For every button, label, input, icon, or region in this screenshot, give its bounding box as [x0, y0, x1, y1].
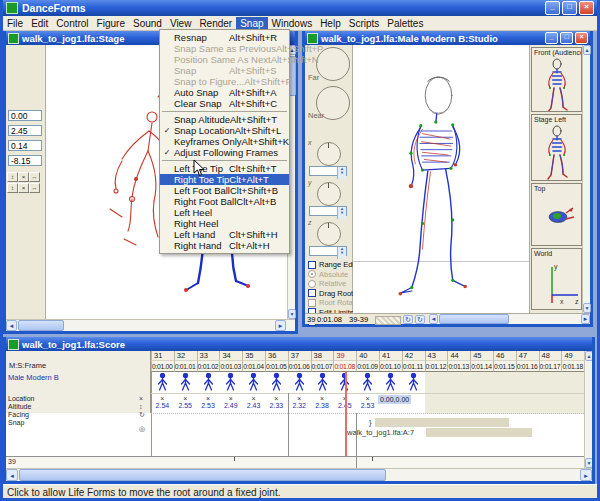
score-column-38[interactable]: 380:01.07×2.38 [311, 351, 334, 413]
menu-item-sound[interactable]: Sound [129, 17, 166, 30]
score-column-47[interactable]: 470:01.16 [516, 351, 539, 413]
menu-item-render[interactable]: Render [195, 17, 236, 30]
option-root-rotate[interactable]: Root Rotate [308, 298, 359, 307]
snap-menu-item[interactable]: Left Foot BallClt+Shift+B [160, 185, 289, 196]
annotation-text[interactable]: walk_to_jog1.lfa:A:7 [347, 428, 414, 437]
stage-coordinate-field[interactable]: 0.14 [8, 140, 42, 151]
stage-tool-button[interactable]: ↔ [29, 172, 40, 182]
menu-item-view[interactable]: View [166, 17, 196, 30]
score-column-36[interactable]: 360:01.05×2.33 [265, 351, 288, 413]
snap-menu-item[interactable]: Snap Same as PreviousAlt+Shift+P [160, 43, 289, 54]
option-relative[interactable]: Relative [308, 279, 346, 288]
value-cell[interactable] [561, 394, 584, 414]
score-column-46[interactable]: 460:01.15 [493, 351, 516, 413]
stage-coordinate-field[interactable]: -8.15 [8, 155, 42, 166]
view-thumbnail-top[interactable]: Top [531, 183, 582, 246]
keyframe-cell[interactable] [151, 372, 174, 394]
keyframe-cell[interactable] [311, 372, 334, 394]
snap-menu-item[interactable]: Clear SnapAlt+Shift+C [160, 98, 289, 109]
snap-menu-item[interactable]: Snap to Figure...Alt+Shift+F [160, 76, 289, 87]
studio-canvas[interactable] [353, 45, 529, 313]
snap-menu-item[interactable]: Snap AltitudeAlt+Shift+T [160, 114, 289, 125]
value-cell[interactable]: ×2.33 [265, 394, 288, 414]
value-cell[interactable] [447, 394, 470, 414]
keyframe-cell[interactable] [493, 372, 516, 394]
scroll-right-icon[interactable]: ► [581, 314, 590, 324]
spinner-down-icon[interactable]: ▼ [337, 211, 346, 219]
value-cell[interactable]: ×2.43 [242, 394, 265, 414]
score-column-44[interactable]: 440:01.13 [447, 351, 470, 413]
keyframe-cell[interactable] [539, 372, 562, 394]
snap-menu-item[interactable]: Keyframes OnlyAlt+Shift+K [160, 136, 289, 147]
value-cell[interactable]: ×2.53 [197, 394, 220, 414]
scroll-down-icon[interactable]: ▼ [583, 303, 591, 313]
value-cell[interactable] [539, 394, 562, 414]
maximize-icon[interactable]: □ [560, 32, 573, 44]
option-absolute[interactable]: Absolute [308, 270, 348, 279]
close-icon[interactable]: × [575, 32, 588, 44]
menu-item-palettes[interactable]: Palettes [383, 17, 427, 30]
score-vertical-scrollbar[interactable]: ▲ ▼ [584, 351, 592, 468]
value-cell[interactable]: ×2.38 [311, 394, 334, 414]
snap-menu-item[interactable]: Auto SnapAlt+Shift+A [160, 87, 289, 98]
checkbox-icon[interactable] [308, 289, 316, 297]
playhead[interactable] [345, 372, 347, 456]
scroll-left-icon[interactable]: ◄ [6, 320, 17, 331]
menu-item-control[interactable]: Control [52, 17, 92, 30]
maximize-icon[interactable]: □ [562, 1, 577, 15]
keyframe-cell[interactable] [470, 372, 493, 394]
stage-tool-button[interactable]: ↕ [7, 183, 18, 193]
scroll-left-icon[interactable]: ◄ [429, 314, 438, 324]
option-range-edit[interactable]: Range Edit [308, 260, 356, 269]
keyframe-cell[interactable] [242, 372, 265, 394]
value-cell[interactable] [516, 394, 539, 414]
scroll-right-icon[interactable]: ► [275, 320, 286, 331]
keyframe-cell[interactable] [425, 372, 448, 394]
studio-window[interactable]: walk_to_jog1.lfa:Male Modern B:Studio _ … [302, 31, 593, 327]
snap-menu-item[interactable]: Right HandClt+Alt+H [160, 240, 289, 251]
scroll-right-icon[interactable]: ► [580, 469, 592, 481]
snap-menu-item[interactable]: ✓Snap LocationAlt+Shift+L [160, 125, 289, 136]
scroll-up-icon[interactable]: ▲ [585, 351, 592, 361]
stage-tool-button[interactable]: ↔ [29, 183, 40, 193]
selected-value[interactable]: 0.00,0.00 [378, 395, 411, 404]
menu-item-windows[interactable]: Windows [268, 17, 317, 30]
value-cell[interactable]: ×2.54 [151, 394, 174, 414]
loop-icon[interactable]: ↻ [415, 315, 425, 324]
minimize-icon[interactable]: _ [545, 32, 558, 44]
stage-horizontal-scrollbar[interactable]: ◄ ► [6, 319, 295, 331]
value-cell[interactable]: ×2.53 [356, 394, 379, 414]
snap-menu-item[interactable]: Right Toe TipClt+Alt+T [160, 174, 289, 185]
menu-item-figure[interactable]: Figure [93, 17, 129, 30]
studio-titlebar[interactable]: walk_to_jog1.lfa:Male Modern B:Studio _ … [305, 31, 590, 45]
axis-value-spinner[interactable]: ▲▼ [309, 246, 347, 256]
scroll-up-icon[interactable]: ▲ [583, 45, 591, 55]
value-cell[interactable]: ×2.32 [288, 394, 311, 414]
score-titlebar[interactable]: walk_to_jog1.lfa:Score [6, 337, 592, 351]
stage-coordinate-field[interactable]: 2.45 [8, 125, 42, 136]
score-column-37[interactable]: 370:01.06×2.32 [288, 351, 311, 413]
scroll-down-icon[interactable]: ▼ [288, 309, 296, 319]
keyframe-cell[interactable] [447, 372, 470, 394]
axis-rotation-dial[interactable] [317, 222, 341, 246]
value-cell[interactable]: ×2.55 [174, 394, 197, 414]
menu-item-scripts[interactable]: Scripts [345, 17, 384, 30]
score-column-33[interactable]: 330:01.02×2.53 [197, 351, 220, 413]
keyframe-cell[interactable] [265, 372, 288, 394]
snap-menu-item[interactable]: Position Same As NextAlt+Shift+N [160, 54, 289, 65]
keyframe-cell[interactable] [288, 372, 311, 394]
score-column-35[interactable]: 350:01.04×2.43 [242, 351, 265, 413]
radio-icon[interactable] [308, 270, 316, 278]
value-cell[interactable] [425, 394, 448, 414]
score-column-43[interactable]: 430:01.12 [425, 351, 448, 413]
stage-tool-button[interactable]: × [18, 172, 29, 182]
score-horizontal-scrollbar[interactable]: ◄ ► [6, 468, 592, 481]
loop-icon[interactable]: ↻ [403, 315, 413, 324]
radio-icon[interactable] [308, 280, 316, 288]
snap-menu-item[interactable]: Left Heel [160, 207, 289, 218]
axis-value-spinner[interactable]: ▲▼ [309, 166, 347, 176]
keyframe-cell[interactable] [379, 372, 402, 394]
score-column-34[interactable]: 340:01.03×2.49 [219, 351, 242, 413]
snap-menu-item[interactable]: ✓Adjust Following Frames [160, 147, 289, 158]
spinner-down-icon[interactable]: ▼ [337, 171, 346, 179]
